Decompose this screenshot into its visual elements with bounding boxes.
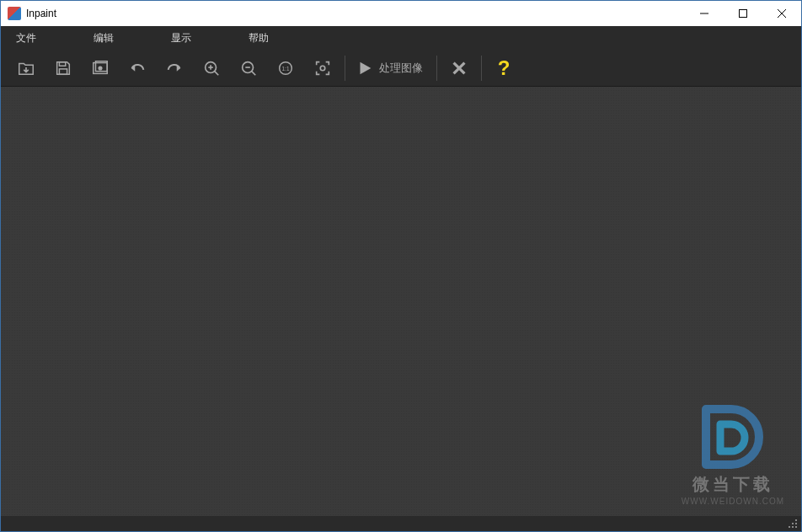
undo-button[interactable] <box>119 52 156 84</box>
resize-grip[interactable] <box>788 519 798 529</box>
minimize-button[interactable] <box>685 1 724 26</box>
app-icon <box>8 7 21 20</box>
maximize-button[interactable] <box>724 1 762 26</box>
watermark: 微当下载 WWW.WEIDOWN.COM <box>682 399 784 506</box>
process-image-button[interactable]: 处理图像 <box>349 52 433 84</box>
zoom-in-button[interactable] <box>193 52 230 84</box>
preview-button[interactable] <box>82 52 119 84</box>
toolbar-separator <box>345 56 345 81</box>
svg-rect-5 <box>59 68 67 73</box>
svg-rect-4 <box>59 61 65 66</box>
statusbar <box>1 516 801 531</box>
help-icon: ? <box>498 56 511 80</box>
svg-text:1:1: 1:1 <box>282 65 290 71</box>
svg-line-14 <box>252 71 256 75</box>
save-button[interactable] <box>45 52 82 84</box>
watermark-logo-icon <box>691 399 775 475</box>
zoom-out-button[interactable] <box>230 52 267 84</box>
cancel-button[interactable] <box>441 52 478 84</box>
process-label: 处理图像 <box>379 61 423 76</box>
open-button[interactable] <box>8 52 45 84</box>
zoom-fit-button[interactable] <box>304 52 341 84</box>
menu-view[interactable]: 显示 <box>159 26 203 50</box>
svg-point-18 <box>320 66 325 71</box>
window-controls <box>685 1 801 26</box>
canvas-area: 微当下载 WWW.WEIDOWN.COM <box>1 87 801 516</box>
menu-edit[interactable]: 编辑 <box>82 26 126 50</box>
menu-help[interactable]: 帮助 <box>237 26 281 50</box>
close-button[interactable] <box>762 1 801 26</box>
toolbar-separator <box>436 56 437 81</box>
help-button[interactable]: ? <box>485 52 522 84</box>
menu-file[interactable]: 文件 <box>4 26 48 50</box>
svg-line-10 <box>215 71 219 75</box>
menubar: 文件 编辑 显示 帮助 <box>1 26 801 50</box>
svg-point-8 <box>99 66 102 70</box>
window-title: Inpaint <box>26 8 685 19</box>
toolbar-separator <box>481 56 482 81</box>
play-icon <box>356 59 374 77</box>
titlebar: Inpaint <box>1 1 801 26</box>
svg-rect-1 <box>740 10 747 18</box>
watermark-url: WWW.WEIDOWN.COM <box>682 497 784 506</box>
zoom-actual-button[interactable]: 1:1 <box>267 52 304 84</box>
toolbar: 1:1 处理图像 ? <box>1 50 801 87</box>
redo-button[interactable] <box>156 52 193 84</box>
watermark-text: 微当下载 <box>692 473 773 496</box>
